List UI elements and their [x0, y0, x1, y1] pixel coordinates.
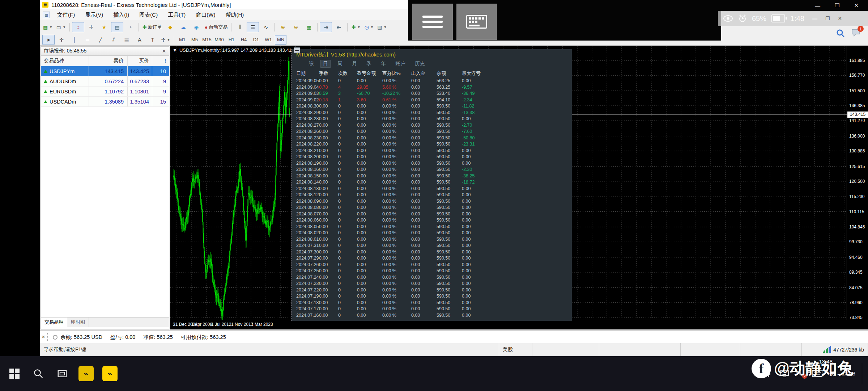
timeframe-MN[interactable]: MN [275, 35, 286, 45]
text-tool[interactable]: A [133, 35, 146, 45]
label-tool[interactable]: T [146, 35, 159, 45]
chart-collapse-icon[interactable]: ▼ [173, 47, 177, 53]
strategy-tester-button[interactable]: ◔ [124, 22, 136, 32]
menu-item-1[interactable]: 显示(V) [80, 10, 108, 20]
data-window-button[interactable]: ✛ [85, 22, 97, 32]
vertical-line-tool[interactable]: │ [68, 35, 81, 45]
notifications-button[interactable]: 1 [851, 28, 860, 38]
cursor-tool[interactable]: ➤ [42, 35, 55, 45]
signals-button[interactable]: ◉ [190, 22, 203, 32]
timeframe-M5[interactable]: M5 [189, 35, 200, 45]
terminal-button[interactable]: ▤ [111, 22, 123, 32]
new-chart-button[interactable]: ▦▼ [42, 22, 54, 32]
trendline-tool[interactable]: ╱ [94, 35, 107, 45]
mtdriver-cell: 2024.08.05 [296, 224, 319, 229]
taskbar-app-mt4-1[interactable]: ⌁ [77, 364, 95, 383]
mtdriver-tab-周[interactable]: 周 [335, 60, 345, 67]
market-watch-tab-交易品种[interactable]: 交易品种 [41, 318, 67, 327]
market-watch-header[interactable]: 市场报价: 05:48:55 ✕ [41, 47, 169, 56]
arrows-tool[interactable]: ✢▼ [159, 35, 172, 45]
horizontal-line-tool[interactable]: ─ [81, 35, 94, 45]
timeframe-W1[interactable]: W1 [263, 35, 274, 45]
chart-document-icon[interactable]: ▦ [43, 12, 50, 18]
market-watch-col-0[interactable]: 交易品种 [41, 56, 89, 66]
eye-icon[interactable] [723, 15, 733, 22]
timeframe-H4[interactable]: H4 [238, 35, 250, 45]
symbol-row-USDCADm[interactable]: USDCADm1.350891.3510415 [41, 97, 169, 107]
mini-close-button[interactable]: ✕ [838, 16, 842, 21]
mtdriver-cell: 2024.09.05 [296, 78, 319, 83]
mtdriver-tab-日[interactable]: 日 [321, 60, 330, 67]
autotrading-button[interactable]: ●自动交易 [203, 22, 229, 32]
market-watch-toggle[interactable]: ↕ [72, 22, 84, 32]
mini-minimize-button[interactable]: — [812, 16, 817, 21]
candle-chart-type-button[interactable]: ☰ [247, 22, 259, 32]
taskbar-app-mt4-2[interactable]: ⌁ [101, 364, 119, 383]
task-view-button[interactable] [53, 364, 72, 383]
alarm-clock-icon[interactable] [738, 14, 747, 23]
menu-item-4[interactable]: 工具(T) [163, 10, 191, 20]
timeframe-M1[interactable]: M1 [176, 35, 188, 45]
mtdriver-tab-历史[interactable]: 历史 [413, 60, 427, 67]
navigator-button[interactable]: ★ [98, 22, 110, 32]
mt4-search-icon[interactable] [836, 29, 845, 38]
chart-minimize-icon[interactable]: ▬ [294, 47, 300, 53]
mtdriver-cell: 0 [338, 287, 341, 293]
market-watch-col-1[interactable]: 卖价 [89, 56, 128, 66]
new-order-button[interactable]: ✚新订单 [141, 22, 163, 32]
market-watch-col-2[interactable]: 买价 [128, 56, 152, 66]
mtdriver-tab-账户[interactable]: 账户 [393, 60, 408, 67]
channel-tool[interactable]: ⫽ [107, 35, 120, 45]
mtdriver-tab-年[interactable]: 年 [379, 60, 388, 67]
maximize-button[interactable]: ❐ [835, 2, 839, 9]
market-watch-close-icon[interactable]: ✕ [162, 49, 169, 54]
menu-item-2[interactable]: 插入(I) [108, 10, 134, 20]
start-button[interactable] [5, 364, 24, 383]
menu-item-5[interactable]: 窗口(W) [191, 10, 220, 20]
auto-scroll-button[interactable]: ⇥ [320, 22, 332, 32]
indicators-list-button[interactable]: ✚▼ [350, 22, 362, 32]
bar-chart-type-button[interactable]: ⫼ [234, 22, 246, 32]
tile-windows-button[interactable]: ▦ [303, 22, 315, 32]
menu-item-0[interactable]: 文件(F) [52, 10, 80, 20]
zoom-out-button[interactable]: ⊖ [290, 22, 302, 32]
mql5-cloud-button-icon: ☁ [181, 24, 186, 30]
time-axis[interactable]: 31 Dec 20021 Apr 20081 Jul 20121 Nov 201… [170, 320, 868, 329]
price-axis[interactable]: 161.885156.770151.500146.385141.270136.0… [847, 46, 868, 320]
mini-restore-button[interactable]: ❐ [825, 16, 830, 21]
periods-button[interactable]: ◷▼ [363, 22, 375, 32]
mtdriver-cell: 590.50 [437, 186, 450, 191]
chart-window[interactable]: ▼ USDJPYm,Monthly: 145.997 147.209 143.1… [170, 46, 868, 329]
indicator-button[interactable]: ◆ [164, 22, 176, 32]
menu-item-6[interactable]: 帮助(H) [220, 10, 249, 20]
symbol-row-USDJPYm[interactable]: USDJPYm143.415143.42510 [41, 66, 169, 76]
minimize-button[interactable]: — [815, 3, 820, 9]
mtdriver-tab-季[interactable]: 季 [364, 60, 374, 67]
mql5-cloud-button[interactable]: ☁ [177, 22, 190, 32]
timeframe-M30[interactable]: M30 [213, 35, 225, 45]
market-watch-tab-即时图[interactable]: 即时图 [67, 318, 89, 327]
templates-button[interactable]: ▧▼ [376, 22, 388, 32]
menu-item-3[interactable]: 图表(C) [134, 10, 163, 20]
overlay-menu-button[interactable] [412, 4, 453, 40]
terminal-grip[interactable] [47, 333, 50, 341]
market-watch-col-3[interactable]: ! [152, 56, 169, 66]
timeframe-D1[interactable]: D1 [250, 35, 262, 45]
fibonacci-tool[interactable]: 𝄙 [120, 35, 133, 45]
line-chart-type-button[interactable]: ∿ [260, 22, 272, 32]
show-desktop-button[interactable] [862, 363, 864, 384]
close-button[interactable]: ✕ [854, 2, 859, 9]
timeframe-M15[interactable]: M15 [201, 35, 213, 45]
crosshair-tool[interactable]: ✛ [55, 35, 68, 45]
terminal-close-icon[interactable]: ✕ [41, 335, 46, 340]
zoom-in-button[interactable]: ⊕ [277, 22, 289, 32]
mtdriver-tab-综[interactable]: 综 [306, 60, 316, 67]
mtdriver-tab-月[interactable]: 月 [350, 60, 359, 67]
symbol-row-AUDUSDm[interactable]: AUDUSDm0.672240.672339 [41, 76, 169, 87]
chart-shift-button[interactable]: ⇤ [333, 22, 345, 32]
symbol-row-EURUSDm[interactable]: EURUSDm1.107921.108019 [41, 87, 169, 97]
overlay-keyboard-button[interactable] [456, 4, 497, 40]
taskbar-search-button[interactable] [29, 364, 48, 383]
profiles-button[interactable]: 🗀▼ [55, 22, 67, 32]
timeframe-H1[interactable]: H1 [226, 35, 237, 45]
